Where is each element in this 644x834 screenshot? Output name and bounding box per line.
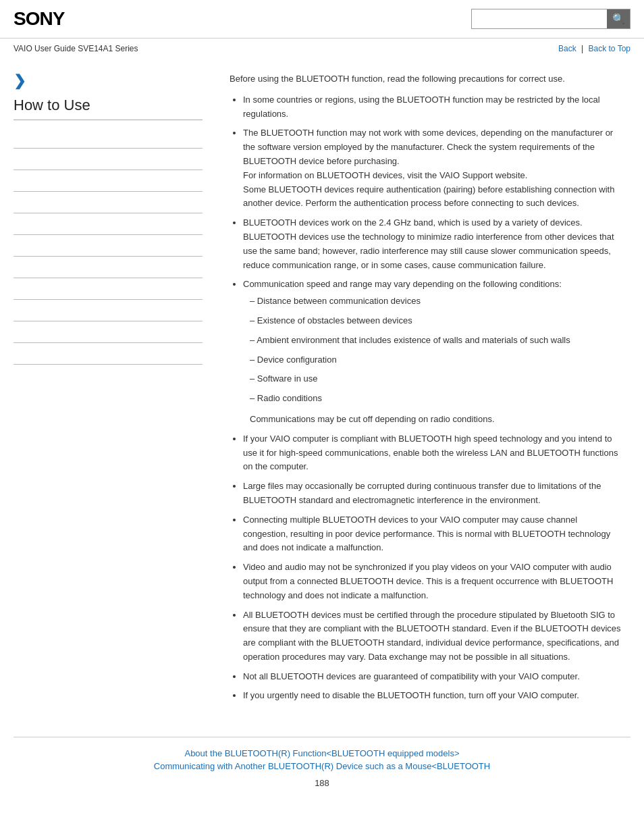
sub-list: Distance between communication devices E… (250, 294, 624, 406)
list-item: If you urgently need to disable the BLUE… (243, 689, 624, 703)
list-item[interactable] (14, 278, 203, 300)
list-item: In some countries or regions, using the … (243, 93, 624, 122)
list-item[interactable] (14, 321, 203, 343)
list-item: If your VAIO computer is compliant with … (243, 432, 624, 474)
list-item[interactable] (14, 213, 203, 235)
footer-link-2[interactable]: Communicating with Another BLUETOOTH(R) … (14, 761, 630, 771)
sidebar-arrow[interactable]: ❯ (14, 72, 203, 90)
search-button[interactable]: 🔍 (607, 9, 630, 28)
list-item: BLUETOOTH devices work on the 2.4 GHz ba… (243, 216, 624, 272)
list-item[interactable] (14, 192, 203, 213)
search-icon: 🔍 (612, 13, 625, 25)
content-area: Before using the BLUETOOTH function, rea… (216, 59, 630, 723)
list-item[interactable] (14, 235, 203, 257)
list-item: All BLUETOOTH devices must be certified … (243, 608, 624, 664)
bullet-list: In some countries or regions, using the … (243, 93, 624, 703)
list-item: Video and audio may not be synchronized … (243, 561, 624, 602)
breadcrumb: VAIO User Guide SVE14A1 Series (14, 44, 138, 53)
sony-logo: SONY (14, 8, 64, 30)
main-content: ❯ How to Use Before using the BLUETOOTH … (0, 59, 644, 723)
nav-links: Back | Back to Top (558, 44, 630, 53)
list-item[interactable] (14, 127, 203, 149)
sub-list-item: Distance between communication devices (250, 294, 624, 309)
bullet-text-4: Communication speed and range may vary d… (243, 279, 562, 289)
footer: About the BLUETOOTH(R) Function<BLUETOOT… (14, 737, 630, 795)
sub-note: Communications may be cut off depending … (250, 413, 624, 427)
back-to-top-link[interactable]: Back to Top (589, 44, 630, 53)
nav-bar: VAIO User Guide SVE14A1 Series Back | Ba… (0, 38, 644, 59)
sub-list-item: Radio conditions (250, 392, 624, 406)
sub-list-item: Device configuration (250, 353, 624, 367)
list-item[interactable] (14, 257, 203, 278)
list-item: Large files may occasionally be corrupte… (243, 479, 624, 508)
list-item: Connecting multiple BLUETOOTH devices to… (243, 513, 624, 555)
search-area: 🔍 (471, 9, 630, 29)
sub-list-item: Existence of obstacles between devices (250, 314, 624, 328)
list-item[interactable] (14, 170, 203, 192)
search-input[interactable] (472, 9, 607, 28)
list-item: Not all BLUETOOTH devices are guaranteed… (243, 670, 624, 684)
nav-separator: | (581, 44, 583, 53)
back-link[interactable]: Back (558, 44, 576, 53)
footer-link-1[interactable]: About the BLUETOOTH(R) Function<BLUETOOT… (14, 748, 630, 758)
footer-links: About the BLUETOOTH(R) Function<BLUETOOT… (14, 748, 630, 771)
list-item: The BLUETOOTH function may not work with… (243, 126, 624, 211)
list-item[interactable] (14, 300, 203, 321)
list-item: Communication speed and range may vary d… (243, 278, 624, 426)
list-item[interactable] (14, 149, 203, 170)
sidebar-title: How to Use (14, 97, 203, 120)
bullet-text-2: The BLUETOOTH function may not work with… (243, 128, 614, 208)
header: SONY 🔍 (0, 0, 644, 38)
sub-list-item: Ambient environment that includes existe… (250, 334, 624, 348)
sidebar: ❯ How to Use (14, 59, 216, 723)
sidebar-menu (14, 127, 203, 365)
list-item[interactable] (14, 343, 203, 365)
sub-list-item: Software in use (250, 372, 624, 386)
page-number: 188 (14, 778, 630, 788)
intro-text: Before using the BLUETOOTH function, rea… (230, 72, 624, 86)
